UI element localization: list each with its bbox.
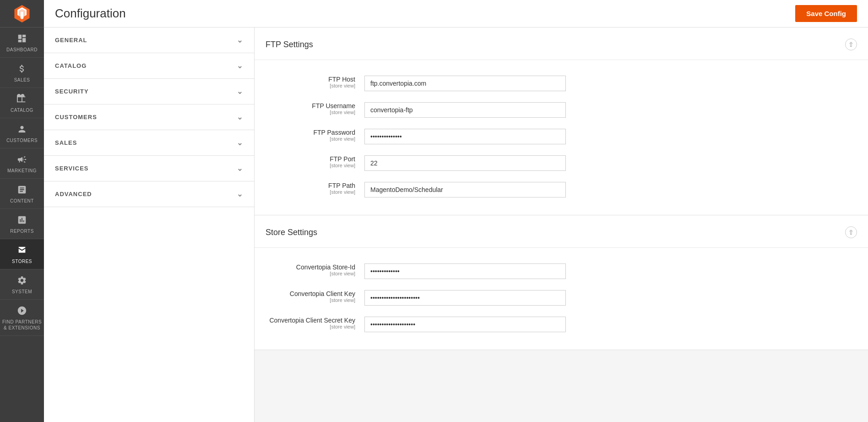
chevron-down-icon: ⌄ [237, 87, 243, 96]
sidebar-item-system[interactable]: SYSTEM [0, 269, 44, 300]
ftp-password-sublabel: [store view] [255, 136, 355, 142]
sidebar-item-content[interactable]: CONTENT [0, 179, 44, 209]
accordion-item-sales: SALES ⌄ [44, 130, 254, 156]
ftp-port-sublabel: [store view] [255, 163, 355, 168]
ftp-host-input[interactable] [364, 76, 566, 91]
ftp-port-input-col [364, 155, 857, 171]
sidebar-item-label: CATALOG [11, 107, 33, 113]
sidebar-item-sales[interactable]: SALES [0, 58, 44, 88]
ftp-password-label-col: FTP Password [store view] [255, 129, 364, 142]
sidebar-item-marketing[interactable]: MARKETING [0, 148, 44, 179]
catalog-icon [16, 93, 27, 104]
ftp-username-sublabel: [store view] [255, 110, 355, 115]
accordion-item-security: SECURITY ⌄ [44, 79, 254, 104]
store-id-label: Convertopia Store-Id [255, 263, 355, 271]
ftp-password-input[interactable] [364, 129, 566, 144]
ftp-settings-header: FTP Settings ⇧ [255, 38, 868, 60]
accordion-item-services: SERVICES ⌄ [44, 156, 254, 181]
sidebar-item-stores[interactable]: STORES [0, 239, 44, 269]
client-secret-row: Convertopia Client Secret Key [store vie… [255, 312, 868, 337]
sidebar-item-label: CUSTOMERS [6, 137, 38, 143]
partners-icon [16, 305, 27, 316]
ftp-host-label-col: FTP Host [store view] [255, 76, 364, 88]
accordion-header-security[interactable]: SECURITY ⌄ [44, 79, 254, 104]
accordion-label-catalog: CATALOG [55, 62, 87, 69]
accordion-header-general[interactable]: GENERAL ⌄ [44, 27, 254, 53]
sidebar-item-label: DASHBOARD [6, 47, 38, 53]
ftp-settings-collapse-button[interactable]: ⇧ [845, 38, 857, 50]
sidebar-item-find-partners[interactable]: FIND PARTNERS & EXTENSIONS [0, 300, 44, 336]
ftp-path-row: FTP Path [store view] [255, 177, 868, 202]
sidebar-item-catalog[interactable]: CATALOG [0, 88, 44, 118]
content-area: GENERAL ⌄ CATALOG ⌄ SECURITY ⌄ CUSTOMERS [44, 27, 868, 422]
store-id-input[interactable] [364, 263, 566, 279]
sidebar-item-label: SALES [14, 77, 30, 83]
stores-icon [16, 245, 27, 256]
accordion-item-general: GENERAL ⌄ [44, 27, 254, 53]
ftp-host-sublabel: [store view] [255, 83, 355, 88]
store-settings-header: Store Settings ⇧ [255, 226, 868, 248]
ftp-host-row: FTP Host [store view] [255, 71, 868, 96]
sidebar-item-dashboard[interactable]: DASHBOARD [0, 27, 44, 58]
main-content: Configuration Save Config GENERAL ⌄ CATA… [44, 0, 868, 422]
ftp-username-label: FTP Username [255, 102, 355, 110]
ftp-path-input-col [364, 182, 857, 197]
accordion-header-catalog[interactable]: CATALOG ⌄ [44, 53, 254, 78]
client-secret-label-col: Convertopia Client Secret Key [store vie… [255, 317, 364, 329]
sidebar-item-customers[interactable]: CUSTOMERS [0, 118, 44, 148]
accordion-label-sales: SALES [55, 139, 77, 146]
accordion-header-advanced[interactable]: ADVANCED ⌄ [44, 181, 254, 207]
ftp-host-label: FTP Host [255, 76, 355, 83]
ftp-port-row: FTP Port [store view] [255, 151, 868, 175]
accordion-item-customers: CUSTOMERS ⌄ [44, 104, 254, 130]
ftp-port-input[interactable] [364, 155, 566, 171]
client-key-label: Convertopia Client Key [255, 290, 355, 297]
sidebar-item-label: REPORTS [10, 228, 34, 234]
ftp-port-label-col: FTP Port [store view] [255, 155, 364, 168]
sidebar-item-label: STORES [12, 258, 32, 264]
ftp-username-input-col [364, 102, 857, 118]
accordion-item-advanced: ADVANCED ⌄ [44, 181, 254, 207]
sales-icon [16, 63, 27, 74]
client-key-input[interactable] [364, 290, 566, 306]
accordion-label-advanced: ADVANCED [55, 191, 92, 197]
accordion-label-security: SECURITY [55, 88, 89, 95]
ftp-path-sublabel: [store view] [255, 189, 355, 195]
ftp-path-input[interactable] [364, 182, 566, 197]
ftp-password-row: FTP Password [store view] [255, 124, 868, 149]
chevron-down-icon: ⌄ [237, 36, 243, 44]
ftp-username-input[interactable] [364, 102, 566, 118]
save-config-button[interactable]: Save Config [795, 5, 857, 22]
system-icon [16, 275, 27, 286]
content-icon [16, 184, 27, 195]
chevron-down-icon: ⌄ [237, 138, 243, 147]
sidebar-item-label: CONTENT [10, 198, 34, 204]
dashboard-icon [16, 33, 27, 44]
sidebar-item-reports[interactable]: REPORTS [0, 209, 44, 239]
accordion-label-general: GENERAL [55, 37, 87, 44]
topbar: Configuration Save Config [44, 0, 868, 27]
chevron-down-icon: ⌄ [237, 164, 243, 173]
accordion-header-services[interactable]: SERVICES ⌄ [44, 156, 254, 181]
customers-icon [16, 124, 27, 135]
reports-icon [16, 214, 27, 225]
page-title: Configuration [55, 6, 126, 21]
accordion-header-sales[interactable]: SALES ⌄ [44, 130, 254, 155]
sidebar-item-label: FIND PARTNERS & EXTENSIONS [2, 319, 42, 331]
chevron-down-icon: ⌄ [237, 61, 243, 70]
client-key-sublabel: [store view] [255, 297, 355, 303]
ftp-username-row: FTP Username [store view] [255, 98, 868, 122]
marketing-icon [16, 154, 27, 165]
store-id-sublabel: [store view] [255, 271, 355, 276]
sidebar-item-label: MARKETING [7, 168, 37, 174]
store-id-row: Convertopia Store-Id [store view] [255, 259, 868, 284]
chevron-down-icon: ⌄ [237, 113, 243, 121]
client-key-label-col: Convertopia Client Key [store view] [255, 290, 364, 303]
sidebar: DASHBOARD SALES CATALOG CUSTOMERS MARKET… [0, 0, 44, 422]
accordion-header-customers[interactable]: CUSTOMERS ⌄ [44, 104, 254, 130]
ftp-settings-title: FTP Settings [266, 40, 313, 49]
client-secret-input[interactable] [364, 317, 566, 332]
store-settings-collapse-button[interactable]: ⇧ [845, 226, 857, 238]
accordion-label-services: SERVICES [55, 165, 89, 172]
store-id-input-col [364, 263, 857, 279]
